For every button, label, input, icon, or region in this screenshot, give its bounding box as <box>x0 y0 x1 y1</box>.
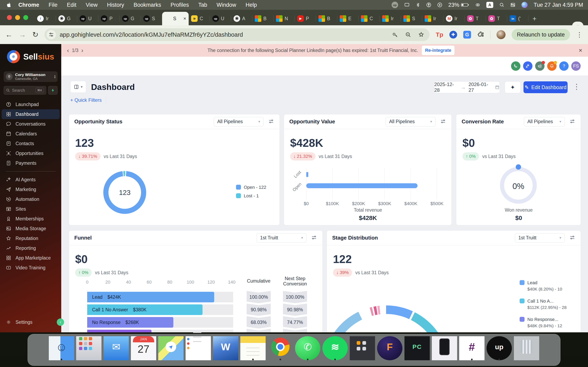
card-settings-icon[interactable] <box>268 118 274 125</box>
sidebar-item-sites[interactable]: Sites <box>2 204 60 214</box>
sidebar-item-opportunities[interactable]: Opportunities <box>2 149 60 158</box>
site-settings-icon[interactable] <box>47 30 56 39</box>
dock-app-icon[interactable]: ✆ <box>297 336 318 358</box>
browser-tab[interactable]: ▶ P <box>295 12 316 25</box>
funnel-bar[interactable]: Call 1 No Answer $380K <box>87 304 203 315</box>
date-range-picker[interactable]: 2025-12-28 → 2026-01-27 <box>434 81 500 93</box>
notifications-button[interactable] <box>547 61 557 71</box>
dock-app-icon[interactable]: ➤ <box>160 336 182 358</box>
funnel-bar[interactable] <box>87 330 151 332</box>
dock-app-icon[interactable]: PC <box>406 336 428 358</box>
forward-button[interactable]: → <box>19 30 26 39</box>
announcements-button[interactable] <box>535 61 545 71</box>
hotspot-icon[interactable] <box>475 2 480 8</box>
dashboard-layout-button[interactable]: ▾ <box>70 81 86 93</box>
browser-tab[interactable]: S <box>401 12 422 25</box>
browser-tab[interactable]: in (' <box>507 12 528 25</box>
funnel-bar[interactable]: No Response $268K <box>87 317 173 328</box>
dock-app-icon[interactable] <box>78 336 99 358</box>
menu-item-history[interactable]: History <box>107 2 124 8</box>
zoom-window-button[interactable] <box>23 15 28 20</box>
user-avatar-fs[interactable]: FS <box>571 61 581 71</box>
browser-tab[interactable]: Ir <box>380 12 401 25</box>
browser-tab[interactable]: S × <box>162 12 189 25</box>
address-bar[interactable]: app.gohighlevel.com/v2/location/kGMJu7ef… <box>44 28 430 41</box>
sidebar-item-automation[interactable]: Automation <box>2 194 60 204</box>
browser-tab[interactable]: up U <box>210 12 231 25</box>
menu-item-file[interactable]: File <box>49 2 58 8</box>
menu-item-tab[interactable]: Tab <box>198 2 207 8</box>
sidebar-item-conversations[interactable]: Conversations <box>2 119 60 129</box>
dock-app-icon[interactable]: ☺ <box>51 336 72 358</box>
dashboard-menu-icon[interactable]: ⋮ <box>573 82 580 91</box>
spotlight-icon[interactable] <box>499 2 504 8</box>
funnel-bar[interactable]: Lead $424K <box>87 292 214 302</box>
browser-tab[interactable]: ✳ G <box>56 12 77 25</box>
battery-indicator[interactable]: 23% <box>448 2 469 8</box>
browser-tab[interactable]: » C <box>189 12 210 25</box>
extensions-puzzle-icon[interactable] <box>477 31 484 39</box>
browser-tab[interactable]: up U <box>77 12 98 25</box>
browser-tab[interactable]: up P <box>98 12 120 25</box>
play-icon[interactable] <box>437 2 442 8</box>
sidebar-item-launchpad[interactable]: Launchpad <box>2 100 60 109</box>
browser-tab[interactable]: up G <box>120 12 141 25</box>
browser-tab[interactable]: E <box>337 12 359 25</box>
extension-adblock-icon[interactable]: ✚ <box>449 31 457 39</box>
sidebar-item-reputation[interactable]: Reputation <box>2 234 60 243</box>
password-key-icon[interactable] <box>392 32 398 38</box>
dock-app-icon[interactable]: JAN 27 <box>133 336 154 358</box>
card-settings-icon[interactable] <box>311 234 317 242</box>
card-settings-icon[interactable] <box>569 118 575 125</box>
control-center-icon[interactable] <box>510 2 515 8</box>
menu-item-bookmarks[interactable]: Bookmarks <box>134 2 161 8</box>
ai-sparkle-button[interactable] <box>523 61 532 71</box>
tab-close-icon[interactable]: × <box>183 16 186 21</box>
browser-tab[interactable]: up S <box>141 12 162 25</box>
extension-translate-icon[interactable]: G <box>463 31 471 39</box>
extension-tp-icon[interactable]: Tp <box>436 31 443 38</box>
help-button[interactable]: ? <box>559 61 569 71</box>
browser-tab[interactable]: ✿ T <box>486 12 507 25</box>
input-source-icon[interactable]: A <box>486 2 493 8</box>
bluetooth-icon[interactable] <box>416 2 420 8</box>
pipelines-dropdown[interactable]: All Pipelines▾ <box>524 117 565 126</box>
menu-item-chrome[interactable]: Chrome <box>18 2 39 8</box>
pipeline-dropdown[interactable]: 1st Truitt▾ <box>515 233 565 243</box>
sidebar-item-media-storage[interactable]: Media Storage <box>2 224 60 234</box>
dock-app-icon[interactable]: up <box>489 336 510 358</box>
menu-item-help[interactable]: Help <box>246 2 257 8</box>
browser-tab[interactable]: ✿ T <box>465 12 486 25</box>
new-tab-button[interactable]: + <box>528 12 541 25</box>
profile-avatar[interactable] <box>497 30 506 39</box>
dock-app-icon[interactable]: W <box>215 336 236 358</box>
browser-tab[interactable]: Ir <box>422 12 443 25</box>
apple-icon[interactable] <box>5 2 13 8</box>
dock-app-icon[interactable]: # <box>461 336 483 358</box>
browser-tab[interactable]: B <box>316 12 337 25</box>
sidebar-item-reporting[interactable]: Reporting <box>2 243 60 253</box>
browser-tab[interactable]: ✳ A <box>231 12 252 25</box>
menu-item-window[interactable]: Window <box>217 2 236 8</box>
menu-item-edit[interactable]: Edit <box>67 2 77 8</box>
accessibility-icon[interactable] <box>426 2 431 8</box>
display-icon[interactable] <box>404 2 410 8</box>
back-button[interactable]: ← <box>5 30 13 39</box>
quick-actions-button[interactable] <box>48 86 58 95</box>
sidebar-item-ai-agents[interactable]: AI Agents <box>2 175 60 184</box>
card-settings-icon[interactable] <box>569 234 575 242</box>
sidebar-item-payments[interactable]: Payments <box>2 158 60 168</box>
zoom-out-icon[interactable] <box>405 32 411 38</box>
sidebar-item-calendars[interactable]: Calendars <box>2 129 60 139</box>
sidebar-item-video-training[interactable]: Video Training <box>2 263 60 273</box>
close-window-button[interactable] <box>7 15 12 20</box>
menu-item-view[interactable]: View <box>86 2 98 8</box>
sidebar-item-memberships[interactable]: Memberships <box>2 214 60 224</box>
search-input[interactable]: Search ⌘K <box>4 86 46 95</box>
pipelines-dropdown[interactable]: All Pipelines▾ <box>214 117 264 126</box>
browser-tab[interactable]: B <box>252 12 274 25</box>
browser-menu-icon[interactable]: ⋮ <box>576 31 583 39</box>
dock-app-icon[interactable] <box>352 336 373 358</box>
magic-wand-button[interactable]: ✦ <box>505 81 521 93</box>
reintegrate-button[interactable]: Re-integrate <box>422 46 454 55</box>
